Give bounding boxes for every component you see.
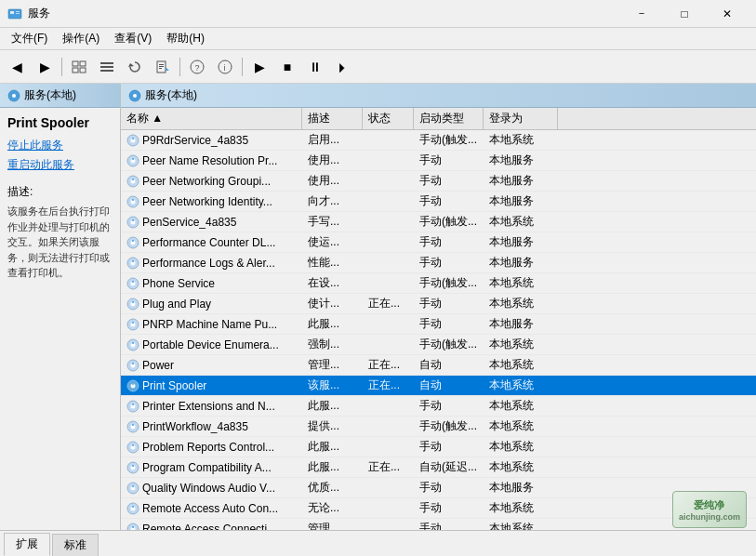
table-row[interactable]: PrintWorkflow_4a835 提供... 手动(触发... 本地系统 (121, 417, 756, 437)
table-row[interactable]: Performance Logs & Aler... 性能... 手动 本地服务 (121, 253, 756, 273)
svg-point-43 (132, 240, 134, 242)
cell-name: PNRP Machine Name Pu... (121, 316, 302, 333)
cell-login: 本地系统 (484, 273, 558, 293)
table-row[interactable]: Problem Reports Control... 此服... 手动 本地系统 (121, 437, 756, 457)
col-header-desc[interactable]: 描述 (302, 108, 363, 129)
cell-login: 本地系统 (484, 417, 558, 436)
cell-login: 本地系统 (484, 498, 558, 518)
close-button[interactable]: ✕ (706, 0, 749, 28)
back-button[interactable]: ◀ (4, 54, 30, 80)
svg-point-52 (132, 301, 134, 303)
table-row[interactable]: Peer Name Resolution Pr... 使用... 手动 本地服务 (121, 151, 756, 171)
table-row[interactable]: Plug and Play 使计... 正在... 手动 本地系统 (121, 294, 756, 314)
svg-point-61 (132, 363, 134, 364)
window-controls: － □ ✕ (620, 0, 749, 28)
table-row[interactable]: Power 管理... 正在... 自动 本地系统 (121, 355, 756, 376)
cell-desc: 手写... (302, 212, 363, 232)
col-header-startup[interactable]: 启动类型 (414, 108, 484, 129)
maximize-button[interactable]: □ (663, 0, 706, 28)
cell-startup: 手动 (414, 396, 484, 416)
cell-startup: 手动(触发... (414, 335, 484, 354)
cell-login: 本地系统 (484, 212, 558, 232)
forward-button[interactable]: ▶ (32, 54, 58, 80)
table-row[interactable]: P9RdrService_4a835 启用... 手动(触发... 本地系统 (121, 130, 756, 151)
cell-name: Performance Logs & Aler... (121, 255, 302, 271)
list-view-button[interactable] (94, 54, 120, 80)
menu-help[interactable]: 帮助(H) (159, 29, 212, 48)
cell-startup: 自动 (414, 355, 484, 375)
cell-status (363, 159, 414, 163)
cell-login: 本地服务 (484, 314, 558, 334)
cell-desc: 此服... (302, 396, 363, 416)
export-button[interactable] (150, 54, 176, 80)
cell-status (363, 261, 414, 265)
svg-rect-13 (159, 64, 164, 65)
cell-name: Remote Access Auto Con... (121, 500, 302, 517)
help-button[interactable]: ? (184, 54, 210, 80)
table-row[interactable]: Remote Access Connecti... 管理... 手动 本地系统 (121, 519, 756, 530)
right-panel-title: 服务(本地) (145, 87, 197, 103)
cell-name: Remote Access Connecti... (121, 521, 302, 531)
col-header-login[interactable]: 登录为 (484, 108, 558, 129)
cell-status (363, 404, 414, 408)
cell-desc: 提供... (302, 417, 363, 436)
table-row[interactable]: Performance Counter DL... 使运... 手动 本地服务 (121, 232, 756, 253)
toolbar-sep-2 (179, 58, 180, 76)
minimize-button[interactable]: － (620, 0, 663, 28)
table-row[interactable]: Printer Extensions and N... 此服... 手动 本地系… (121, 396, 756, 417)
col-header-name[interactable]: 名称 ▲ (121, 108, 302, 129)
svg-rect-4 (73, 61, 78, 66)
cell-login: 本地系统 (484, 335, 558, 354)
cell-desc: 使运... (302, 232, 363, 252)
cell-desc: 使用... (302, 151, 363, 170)
svg-point-40 (132, 219, 134, 221)
table-row[interactable]: Quality Windows Audio V... 优质... 手动 本地服务 (121, 478, 756, 498)
table-row[interactable]: Phone Service 在设... 手动(触发... 本地系统 (121, 273, 756, 294)
stop-service-button[interactable]: ■ (274, 54, 300, 80)
table-row[interactable]: Portable Device Enumera... 强制... 手动(触发..… (121, 335, 756, 355)
cell-status: 正在... (363, 294, 414, 313)
description-text: 该服务在后台执行打印作业并处理与打印机的交互。如果关闭该服务，则无法进行打印或查… (7, 204, 113, 281)
menu-action[interactable]: 操作(A) (55, 29, 107, 48)
table-row[interactable]: PNRP Machine Name Pu... 此服... 手动 本地服务 (121, 314, 756, 335)
table-row[interactable]: Remote Access Auto Con... 无论... 手动 本地系统 (121, 498, 756, 519)
tab-extended[interactable]: 扩展 (4, 533, 50, 556)
svg-rect-8 (100, 62, 113, 64)
table-row[interactable]: Peer Networking Groupi... 使用... 手动 本地服务 (121, 171, 756, 192)
cell-status (363, 323, 414, 326)
cell-startup: 手动 (414, 294, 484, 313)
cell-login: 本地服务 (484, 478, 558, 497)
table-row[interactable]: PenService_4a835 手写... 手动(触发... 本地系统 (121, 212, 756, 232)
stop-service-link[interactable]: 停止此服务 (7, 138, 113, 153)
resume-service-button[interactable]: ⏵ (330, 54, 356, 80)
cell-name: PenService_4a835 (121, 214, 302, 231)
menu-file[interactable]: 文件(F) (4, 29, 55, 48)
cell-desc: 此服... (302, 314, 363, 334)
cell-desc: 管理... (302, 355, 363, 375)
svg-text:i: i (224, 63, 226, 73)
svg-rect-2 (16, 11, 20, 12)
services-table[interactable]: 名称 ▲ 描述 状态 启动类型 登录为 P9RdrService_4a835 启… (121, 108, 756, 530)
table-row[interactable]: Program Compatibility A... 此服... 正在... 自… (121, 457, 756, 478)
col-header-status[interactable]: 状态 (363, 108, 414, 129)
cell-startup: 手动 (414, 192, 484, 211)
pause-service-button[interactable]: ⏸ (302, 54, 328, 80)
info-button[interactable]: i (212, 54, 238, 80)
table-row[interactable]: Peer Networking Identity... 向才... 手动 本地服… (121, 192, 756, 212)
start-service-button[interactable]: ▶ (246, 54, 272, 80)
svg-point-76 (132, 465, 134, 467)
restart-service-link[interactable]: 重启动此服务 (7, 157, 113, 173)
cell-status (363, 486, 414, 490)
cell-status (363, 343, 414, 347)
view-toggle-button[interactable] (66, 54, 92, 80)
refresh-button[interactable] (122, 54, 148, 80)
cell-login: 本地服务 (484, 232, 558, 252)
svg-rect-15 (159, 68, 162, 69)
table-row[interactable]: Print Spooler 该服... 正在... 自动 本地系统 (121, 376, 756, 396)
cell-startup: 手动 (414, 171, 484, 191)
menu-view[interactable]: 查看(V) (107, 29, 159, 48)
cell-name: Printer Extensions and N... (121, 398, 302, 415)
tab-standard[interactable]: 标准 (52, 534, 99, 556)
cell-desc: 性能... (302, 253, 363, 272)
cell-desc: 使计... (302, 294, 363, 313)
